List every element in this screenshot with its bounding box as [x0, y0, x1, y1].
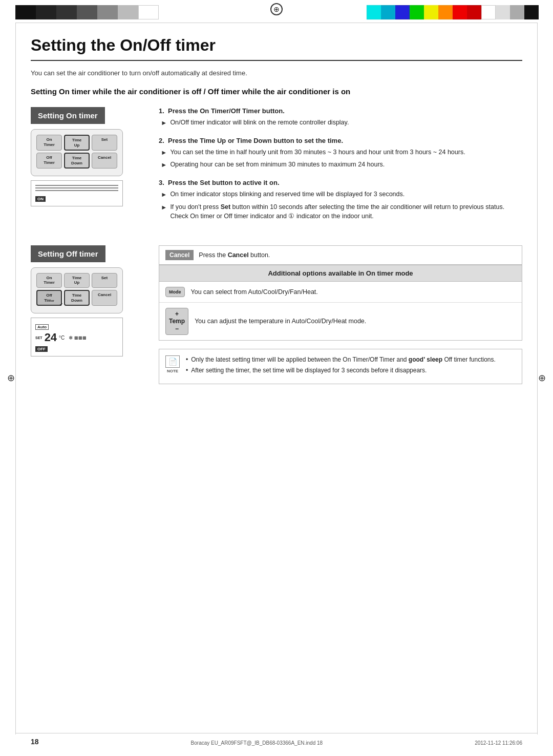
color-bar-black1 [15, 5, 36, 19]
note-label: NOTE [167, 369, 178, 373]
color-bar-black2 [36, 5, 56, 19]
cancel-btn2: Cancel [92, 290, 117, 306]
cancel-desc: Press the Cancel button. [199, 251, 270, 259]
additional-row-temp: + Temp − You can adjust the temperature … [159, 303, 522, 340]
time-up-btn: TimeUp [64, 135, 90, 151]
auto-label: Auto [35, 324, 49, 330]
color-bar-black3 [56, 5, 77, 19]
bullet-arrow-3: ► [161, 160, 167, 170]
reg-mark-top: ⊕ [270, 3, 283, 15]
on-timer-section: Setting On timer OnTimer TimeUp Set OffT… [31, 107, 522, 230]
off-timer-left: Setting Off timer OnTimer TimeUp Set Off… [31, 245, 143, 384]
icons-row: ❄ ▩▩▩ [69, 335, 87, 341]
footer-timestamp: 2012-11-12 11:26:06 [475, 740, 522, 746]
note-content: • Only the latest setting timer will be … [186, 355, 516, 377]
on-timer-display: ON [31, 180, 123, 206]
off-timer-label: Setting Off timer [31, 245, 105, 262]
footer: 18 Boracay EU_AR09FSFT@_IB_DB68-03366A_E… [31, 738, 522, 746]
step-3: 3. Press the Set button to active it on.… [159, 179, 522, 220]
top-border [15, 23, 538, 23]
off-timer-section: Setting Off timer OnTimer TimeUp Set Off… [31, 245, 522, 384]
cancel-btn-box: Cancel [165, 250, 194, 260]
note-doc-icon: 📄 [165, 355, 180, 368]
mode-btn: Mode [165, 287, 185, 297]
on-timer-remote-diagram: OnTimer TimeUp Set OffTimer TimeDown Can… [31, 129, 123, 176]
note-bullet-1: • [186, 355, 188, 364]
temperature-display: 24 [45, 332, 57, 343]
set-btn: Set [92, 135, 117, 151]
note-item-2: • After setting the timer, the set time … [186, 366, 516, 375]
step-2-title: 2. Press the Time Up or Time Down button… [159, 137, 522, 144]
off-timer-btn2: OffTimer ↙ [36, 290, 62, 306]
off-timer-btn1: OffTimer [36, 153, 62, 169]
display-lines [35, 185, 118, 191]
reg-mark-right: ⊕ [538, 372, 546, 384]
step-1-bullet-1: ► On/Off timer indicator will blink on t… [159, 118, 522, 128]
on-timer-left: Setting On timer OnTimer TimeUp Set OffT… [31, 107, 143, 230]
on-timer-btn: OnTimer [36, 135, 62, 151]
additional-row-mode: Mode You can select from Auto/Cool/Dry/F… [159, 282, 522, 303]
step-3-bullet-2: ► If you don't press Set button within 1… [159, 202, 522, 221]
color-bar-gray1 [77, 5, 97, 19]
set-label: SET [35, 336, 42, 340]
on-timer-label: Setting On timer [31, 107, 105, 124]
set-btn2: Set [92, 273, 117, 288]
step-2-bullet-2: ► Operating hour can be set from minimum… [159, 160, 522, 170]
step-1: 1. Press the On Timer/Off Timer button. … [159, 107, 522, 128]
degree-c: °C [59, 335, 65, 341]
additional-options-box: Additional options available in On timer… [159, 265, 522, 341]
display-line-2 [35, 187, 118, 188]
right-border [537, 23, 538, 734]
color-bar-white [138, 5, 159, 19]
mode-desc: You can select from Auto/Cool/Dry/Fan/He… [191, 288, 318, 296]
note-item-1: • Only the latest setting timer will be … [186, 355, 516, 364]
bullet-arrow-1: ► [161, 118, 167, 128]
left-border [15, 23, 16, 734]
note-icon: 📄 NOTE [165, 355, 180, 377]
main-section-heading: Setting On timer while the air condition… [31, 86, 522, 97]
cancel-btn1: Cancel [92, 153, 117, 169]
step-3-title: 3. Press the Set button to active it on. [159, 179, 522, 186]
note-bullet-2: • [186, 366, 188, 375]
on-badge: ON [35, 196, 46, 202]
page-title: Setting the On/Off timer [31, 36, 522, 61]
bullet-arrow-5: ► [161, 203, 167, 221]
time-up-btn2: TimeUp [64, 273, 90, 288]
color-bar-gray3 [118, 5, 138, 19]
note-box: 📄 NOTE • Only the latest setting timer w… [159, 349, 522, 384]
additional-options-header: Additional options available in On timer… [159, 265, 522, 282]
off-timer-button-grid: OnTimer TimeUp Set OffTimer ↙ TimeDown C… [36, 273, 117, 306]
bullet-arrow-2: ► [161, 148, 167, 157]
on-timer-btn2: OnTimer [36, 273, 62, 288]
step-3-bullet-1: ► On timer indicator stops blinking and … [159, 190, 522, 199]
color-bar-right [367, 5, 539, 19]
step-1-title: 1. Press the On Timer/Off Timer button. [159, 107, 522, 115]
reg-mark-left: ⊕ [7, 372, 15, 384]
bottom-border [15, 733, 538, 733]
fan-icon: ▩▩▩ [74, 335, 87, 340]
on-timer-right: 1. Press the On Timer/Off Timer button. … [159, 107, 522, 230]
display-line-3 [35, 190, 118, 191]
footer-filename: Boracay EU_AR09FSFT@_IB_DB68-03366A_EN.i… [191, 740, 323, 746]
color-bar-gray2 [97, 5, 118, 19]
temp-desc: You can adjust the temperature in Auto/C… [195, 318, 366, 325]
intro-text: You can set the air conditioner to turn … [31, 69, 522, 77]
off-timer-display: Auto SET 24 °C ❄ ▩▩▩ OFF [31, 318, 123, 356]
time-down-btn2: TimeDown [64, 290, 90, 306]
on-timer-button-grid: OnTimer TimeUp Set OffTimer TimeDown Can… [36, 135, 117, 169]
page-number: 18 [31, 738, 39, 746]
step-2-bullet-1: ► You can set the time in half hourly un… [159, 148, 522, 157]
snowflake-icon: ❄ [69, 335, 73, 341]
off-timer-remote-diagram: OnTimer TimeUp Set OffTimer ↙ TimeDown C… [31, 267, 123, 313]
set-temp-row: SET 24 °C ❄ ▩▩▩ [35, 332, 118, 343]
off-timer-row: Setting Off timer OnTimer TimeUp Set Off… [31, 245, 522, 384]
step-2: 2. Press the Time Up or Time Down button… [159, 137, 522, 170]
bullet-arrow-4: ► [161, 190, 167, 199]
time-down-btn: TimeDown [64, 153, 90, 169]
off-timer-right: Cancel Press the Cancel button. Addition… [159, 245, 522, 384]
off-badge: OFF [35, 346, 48, 352]
display-line-1 [35, 185, 118, 186]
temp-btn: + Temp − [165, 308, 188, 335]
cancel-row: Cancel Press the Cancel button. [159, 245, 522, 265]
